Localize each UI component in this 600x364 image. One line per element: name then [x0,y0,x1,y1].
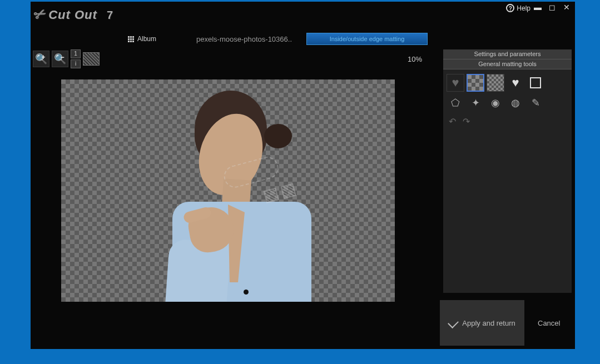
zoom-percent: 10% [408,55,422,63]
bg-checker-large-tool[interactable] [467,74,484,92]
mode-label: Inside/outside edge matting [330,36,405,42]
feather-icon: ✎ [532,97,540,109]
zoom-in-button[interactable] [33,51,49,67]
zoom-out-button[interactable] [52,51,68,67]
header-row: Album pexels-moose-photos-10366.. [128,33,292,45]
help-icon: ? [506,4,514,12]
album-button[interactable]: Album [128,35,156,43]
history-row: ↶ ↷ [443,116,572,127]
app-window: ✂ Cut Out 7 ? Help ▬ ◻ ✕ Album pexels-mo… [31,2,575,349]
canvas[interactable]: ▧▧ [61,79,395,302]
navigator-button[interactable] [83,52,100,66]
puzzle-tool[interactable]: ✦ [467,94,484,112]
scissors-icon: ✂ [31,4,50,25]
polygon-tool[interactable]: ⬠ [447,94,464,112]
footer: Apply and return Cancel [440,298,573,347]
minimize-button[interactable]: ▬ [533,3,543,13]
favorite-tool[interactable]: ♥ [507,74,524,92]
heart-icon: ♥ [452,76,459,90]
feather-tool[interactable]: ✎ [527,94,544,112]
heart-icon: ♥ [512,76,519,90]
check-icon [448,317,459,328]
globe-tool[interactable]: ◍ [507,94,524,112]
bg-original-tool[interactable]: ♥ [447,74,464,92]
square-icon [530,77,541,88]
brand-text: Cut Out [48,8,97,22]
maximize-button[interactable]: ◻ [547,3,557,13]
cancel-button[interactable]: Cancel [538,319,560,327]
matting-header[interactable]: General matting tools [443,59,572,69]
cancel-label: Cancel [538,319,560,327]
window-controls: ▬ ◻ ✕ [533,3,572,13]
mode-indicator[interactable]: Inside/outside edge matting [306,33,428,45]
help-button[interactable]: ? Help [506,4,530,12]
help-label: Help [517,4,530,12]
fit-width-button[interactable]: 1 [71,49,81,58]
album-label: Album [137,35,156,43]
undo-button[interactable]: ↶ [449,116,456,127]
apply-label: Apply and return [462,319,515,327]
bg-solid-tool[interactable] [527,74,544,92]
swirl-tool[interactable]: ◉ [487,94,504,112]
app-brand: ✂ Cut Out 7 [34,6,113,23]
settings-header[interactable]: Settings and parameters [443,49,572,59]
fit-screen-button[interactable]: i [71,59,81,68]
close-button[interactable]: ✕ [562,3,572,13]
globe-icon: ◍ [511,97,520,109]
grid-icon [128,36,134,42]
matting-label: General matting tools [478,61,537,67]
bg-checker-small-tool[interactable] [487,74,504,92]
version-text: 7 [107,9,113,21]
polygon-icon: ⬠ [451,97,460,109]
tool-grid: ♥ ♥ ⬠ ✦ ◉ ◍ [443,69,572,116]
filename-label: pexels-moose-photos-10366.. [196,35,292,43]
checker-small-icon [487,74,504,91]
puzzle-icon: ✦ [472,97,480,109]
redo-button[interactable]: ↷ [463,116,470,127]
settings-label: Settings and parameters [474,51,541,57]
title-bar: ✂ Cut Out 7 ? Help ▬ ◻ ✕ [31,2,575,32]
checker-large-icon [468,75,483,91]
zoom-toolbar: 1 i [33,49,100,68]
right-panel: Settings and parameters General matting … [443,49,572,293]
apply-button[interactable]: Apply and return [440,300,524,346]
swirl-icon: ◉ [491,97,500,109]
